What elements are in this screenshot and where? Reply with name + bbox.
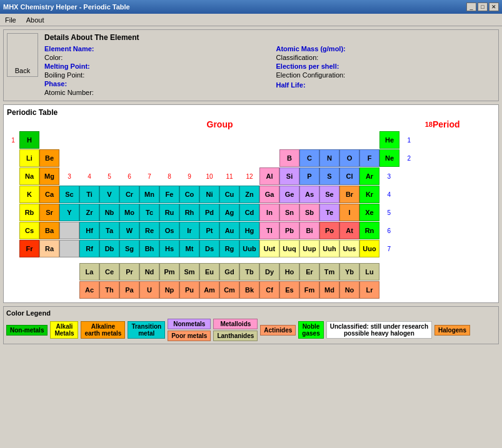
- element-Ni[interactable]: Ni: [199, 186, 219, 203]
- element-Es[interactable]: Es: [279, 281, 299, 299]
- element-Uuq[interactable]: Uuq: [279, 240, 299, 257]
- element-Xe[interactable]: Xe: [359, 204, 379, 221]
- element-Kr[interactable]: Kr: [359, 186, 379, 203]
- element-Cm[interactable]: Cm: [219, 281, 239, 299]
- element-Tb[interactable]: Tb: [239, 263, 259, 281]
- element-Y[interactable]: Y: [59, 204, 79, 221]
- element-Rf[interactable]: Rf: [79, 240, 99, 257]
- element-Na[interactable]: Na: [19, 167, 39, 185]
- element-Ca[interactable]: Ca: [39, 186, 59, 203]
- element-Lr[interactable]: Lr: [359, 281, 379, 299]
- element-Mg[interactable]: Mg: [39, 167, 59, 185]
- element-Co[interactable]: Co: [179, 186, 199, 203]
- element-S[interactable]: S: [319, 167, 339, 185]
- element-I[interactable]: I: [339, 204, 359, 221]
- element-Tm[interactable]: Tm: [319, 263, 339, 281]
- element-Au[interactable]: Au: [219, 222, 239, 239]
- element-Sg[interactable]: Sg: [119, 240, 139, 257]
- element-Cl[interactable]: Cl: [339, 167, 359, 185]
- element-Ti[interactable]: Ti: [79, 186, 99, 203]
- element-Re[interactable]: Re: [139, 222, 159, 239]
- element-Gd[interactable]: Gd: [219, 263, 239, 281]
- element-Fe[interactable]: Fe: [159, 186, 179, 203]
- element-Eu[interactable]: Eu: [199, 263, 219, 281]
- element-Sn[interactable]: Sn: [279, 204, 299, 221]
- element-H[interactable]: H: [19, 131, 39, 149]
- element-Te[interactable]: Te: [319, 204, 339, 221]
- element-Nb[interactable]: Nb: [99, 204, 119, 221]
- element-Sc[interactable]: Sc: [59, 186, 79, 203]
- element-Rh[interactable]: Rh: [179, 204, 199, 221]
- element-Hg[interactable]: Hg: [239, 222, 259, 239]
- back-button[interactable]: Back: [7, 33, 38, 77]
- element-Uuh[interactable]: Uuh: [319, 240, 339, 257]
- element-Zr[interactable]: Zr: [79, 204, 99, 221]
- element-Rn[interactable]: Rn: [359, 222, 379, 239]
- element-Th[interactable]: Th: [99, 281, 119, 299]
- element-O[interactable]: O: [339, 149, 359, 167]
- element-Cu[interactable]: Cu: [219, 186, 239, 203]
- element-Fm[interactable]: Fm: [299, 281, 319, 299]
- element-Yb[interactable]: Yb: [339, 263, 359, 281]
- element-Ru[interactable]: Ru: [159, 204, 179, 221]
- element-Pr[interactable]: Pr: [119, 263, 139, 281]
- element-Zn[interactable]: Zn: [239, 186, 259, 203]
- element-Be[interactable]: Be: [39, 149, 59, 167]
- element-At[interactable]: At: [339, 222, 359, 239]
- element-Ra[interactable]: Ra: [39, 240, 59, 257]
- element-He[interactable]: He: [379, 131, 399, 149]
- element-Uup[interactable]: Uup: [299, 240, 319, 257]
- element-Db[interactable]: Db: [99, 240, 119, 257]
- element-P[interactable]: P: [299, 167, 319, 185]
- element-W[interactable]: W: [119, 222, 139, 239]
- element-Pd[interactable]: Pd: [199, 204, 219, 221]
- element-Dy[interactable]: Dy: [259, 263, 279, 281]
- element-Lu[interactable]: Lu: [359, 263, 379, 281]
- element-F[interactable]: F: [359, 149, 379, 167]
- element-Ir[interactable]: Ir: [179, 222, 199, 239]
- element-Cs[interactable]: Cs: [19, 222, 39, 239]
- element-N[interactable]: N: [319, 149, 339, 167]
- element-Ho[interactable]: Ho: [279, 263, 299, 281]
- element-Mt[interactable]: Mt: [179, 240, 199, 257]
- element-Uub[interactable]: Uub: [239, 240, 259, 257]
- element-Mo[interactable]: Mo: [119, 204, 139, 221]
- element-K[interactable]: K: [19, 186, 39, 203]
- menu-file[interactable]: File: [3, 16, 18, 24]
- element-Sr[interactable]: Sr: [39, 204, 59, 221]
- element-Am[interactable]: Am: [199, 281, 219, 299]
- element-Tc[interactable]: Tc: [139, 204, 159, 221]
- element-No[interactable]: No: [339, 281, 359, 299]
- element-Ne[interactable]: Ne: [379, 149, 399, 167]
- element-Cd[interactable]: Cd: [239, 204, 259, 221]
- element-Si[interactable]: Si: [279, 167, 299, 185]
- element-Ac[interactable]: Ac: [79, 281, 99, 299]
- element-Hf[interactable]: Hf: [79, 222, 99, 239]
- element-Po[interactable]: Po: [319, 222, 339, 239]
- element-Er[interactable]: Er: [299, 263, 319, 281]
- element-Ta[interactable]: Ta: [99, 222, 119, 239]
- minimize-button[interactable]: _: [466, 2, 476, 11]
- element-Cr[interactable]: Cr: [119, 186, 139, 203]
- element-Se[interactable]: Se: [319, 186, 339, 203]
- element-Hs[interactable]: Hs: [159, 240, 179, 257]
- element-Ba[interactable]: Ba: [39, 222, 59, 239]
- element-C[interactable]: C: [299, 149, 319, 167]
- element-Pu[interactable]: Pu: [179, 281, 199, 299]
- element-Sb[interactable]: Sb: [299, 204, 319, 221]
- element-Al[interactable]: Al: [259, 167, 279, 185]
- element-Mn[interactable]: Mn: [139, 186, 159, 203]
- element-Ar[interactable]: Ar: [359, 167, 379, 185]
- element-Pt[interactable]: Pt: [199, 222, 219, 239]
- maximize-button[interactable]: □: [478, 2, 488, 11]
- menu-about[interactable]: About: [24, 16, 46, 24]
- element-Np[interactable]: Np: [159, 281, 179, 299]
- element-In[interactable]: In: [259, 204, 279, 221]
- element-Fr[interactable]: Fr: [19, 240, 39, 257]
- element-Cf[interactable]: Cf: [259, 281, 279, 299]
- element-Uut[interactable]: Uut: [259, 240, 279, 257]
- element-V[interactable]: V: [99, 186, 119, 203]
- element-Pb[interactable]: Pb: [279, 222, 299, 239]
- element-Ag[interactable]: Ag: [219, 204, 239, 221]
- element-Bh[interactable]: Bh: [139, 240, 159, 257]
